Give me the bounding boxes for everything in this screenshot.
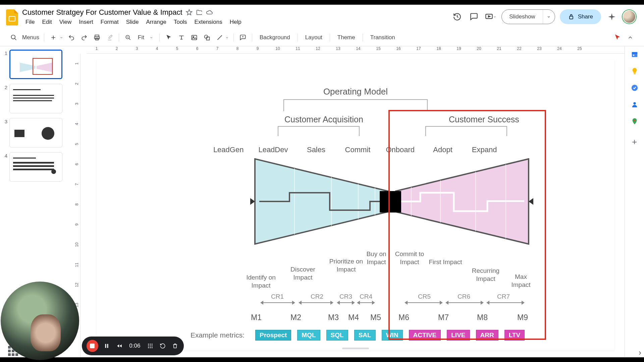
svg-point-26	[633, 102, 636, 105]
slide-number: 3	[2, 118, 7, 147]
tasks-icon[interactable]	[631, 84, 639, 92]
acq-bracket	[278, 126, 360, 136]
new-slide-button[interactable]	[48, 32, 59, 43]
svg-rect-3	[570, 16, 573, 19]
delete-icon[interactable]	[171, 343, 179, 349]
image-tool[interactable]	[189, 32, 200, 43]
new-slide-dropdown[interactable]	[58, 32, 64, 43]
share-label: Share	[578, 13, 593, 20]
line-tool[interactable]	[214, 32, 225, 43]
arrow-in-icon	[250, 198, 255, 205]
svg-rect-29	[107, 344, 108, 348]
select-tool[interactable]	[163, 32, 174, 43]
redo-button[interactable]	[78, 32, 90, 43]
restart-icon[interactable]	[159, 343, 167, 349]
svg-rect-23	[633, 55, 634, 56]
calendar-icon[interactable]	[631, 50, 639, 58]
rewind-icon[interactable]	[115, 343, 123, 349]
slide-thumb-4[interactable]	[9, 152, 62, 182]
print-button[interactable]	[91, 32, 103, 43]
speaker-notes-handle[interactable]	[342, 348, 369, 349]
menu-file[interactable]: File	[22, 17, 38, 27]
stop-record-button[interactable]	[87, 340, 98, 352]
recording-time: 0:06	[129, 343, 140, 349]
slideshow-dropdown[interactable]	[543, 10, 555, 24]
search-menus[interactable]: Menus	[21, 32, 41, 43]
paint-format-button[interactable]	[104, 32, 115, 43]
menu-slide[interactable]: Slide	[123, 17, 142, 27]
collapse-toolbar[interactable]	[625, 32, 636, 43]
menu-insert[interactable]: Insert	[75, 17, 97, 27]
undo-button[interactable]	[66, 32, 77, 43]
keep-icon[interactable]	[631, 67, 639, 75]
theme-button[interactable]: Theme	[333, 32, 359, 43]
svg-point-36	[148, 347, 149, 348]
svg-rect-12	[206, 37, 209, 40]
slide-1-content: Operating Model Customer Acquisition Cus…	[97, 60, 614, 351]
shape-tool[interactable]	[201, 32, 213, 43]
present-dropdown[interactable]	[485, 11, 497, 23]
menu-bar: File Edit View Insert Format Slide Arran…	[22, 17, 451, 27]
side-panel: +	[625, 46, 644, 357]
slide-thumb-2[interactable]	[9, 84, 62, 113]
menu-format[interactable]: Format	[97, 17, 122, 27]
pointer-mode[interactable]	[612, 32, 623, 43]
comment-icon[interactable]	[468, 11, 480, 23]
svg-rect-9	[192, 35, 197, 40]
zoom-out-icon[interactable]	[122, 32, 134, 43]
slide-number: 1	[2, 50, 7, 79]
share-button[interactable]: Share	[560, 9, 601, 24]
top-bracket	[283, 99, 428, 111]
history-icon[interactable]	[451, 11, 463, 23]
red-highlight-box	[388, 110, 546, 340]
app-logo[interactable]	[3, 9, 21, 26]
move-icon[interactable]	[196, 9, 203, 16]
svg-point-37	[150, 347, 151, 348]
background-button[interactable]: Background	[256, 32, 294, 43]
transition-button[interactable]: Transition	[366, 32, 399, 43]
zoom-select[interactable]: Fit	[135, 34, 156, 42]
recording-toolbar: 0:06	[82, 337, 184, 355]
document-title[interactable]: Customer Stratgey For Customer Value & I…	[22, 8, 182, 17]
search-icon[interactable]	[8, 32, 19, 43]
slide-thumb-1[interactable]	[9, 50, 62, 79]
svg-point-32	[152, 344, 153, 345]
slide-canvas[interactable]: Operating Model Customer Acquisition Cus…	[97, 60, 614, 351]
operating-model-title: Operating Model	[97, 86, 614, 97]
slide-thumb-3[interactable]	[9, 118, 62, 147]
svg-point-30	[148, 344, 149, 345]
zoom-value: Fit	[138, 34, 148, 41]
title-bar: Customer Stratgey For Customer Value & I…	[0, 5, 644, 29]
account-avatar[interactable]	[623, 10, 636, 23]
pause-icon[interactable]	[103, 343, 111, 349]
slide-number: 2	[2, 84, 7, 113]
slideshow-button-group: Slideshow	[501, 9, 555, 24]
next-arrow-icon[interactable]: ›	[639, 348, 641, 357]
comment-tool[interactable]	[237, 32, 249, 43]
toolbar: Menus Fit Background Layout Theme Transi…	[0, 29, 644, 46]
webcam-overlay[interactable]	[1, 282, 79, 360]
svg-point-34	[150, 346, 151, 347]
svg-rect-22	[632, 52, 637, 54]
layout-button[interactable]: Layout	[301, 32, 326, 43]
menu-view[interactable]: View	[56, 17, 75, 27]
svg-rect-24	[634, 73, 636, 74]
gemini-icon[interactable]	[606, 11, 618, 23]
star-icon[interactable]	[186, 9, 193, 16]
svg-point-33	[148, 346, 149, 347]
slideshow-button[interactable]: Slideshow	[502, 10, 543, 24]
menu-extensions[interactable]: Extensions	[191, 17, 226, 27]
line-dropdown[interactable]	[224, 32, 230, 43]
contacts-icon[interactable]	[631, 101, 639, 109]
grid-icon[interactable]	[146, 343, 154, 349]
svg-rect-28	[105, 344, 106, 348]
menu-edit[interactable]: Edit	[39, 17, 55, 27]
maps-icon[interactable]	[631, 117, 639, 125]
menu-arrange[interactable]: Arrange	[143, 17, 169, 27]
cloud-icon[interactable]	[206, 9, 213, 16]
textbox-tool[interactable]	[176, 32, 187, 43]
add-addon-icon[interactable]: +	[632, 137, 637, 147]
menu-help[interactable]: Help	[226, 17, 245, 27]
menu-tools[interactable]: Tools	[170, 17, 191, 27]
svg-point-27	[634, 120, 635, 121]
